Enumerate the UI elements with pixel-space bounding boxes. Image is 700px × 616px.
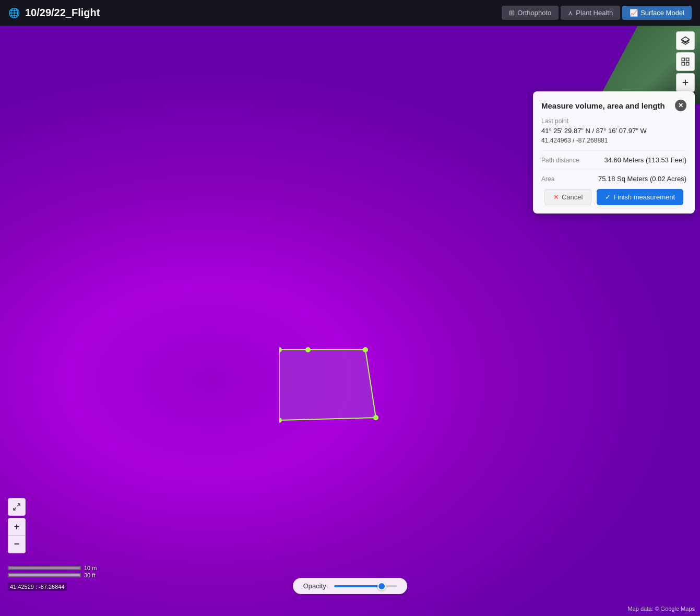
finish-icon: ✓ — [605, 193, 611, 201]
orthophoto-icon: ⊞ — [509, 9, 515, 17]
coordinates-display: 41.42529 : -87.26844 — [8, 583, 67, 591]
divider — [541, 150, 686, 151]
zoom-out-button[interactable]: − — [8, 536, 26, 553]
bottom-left-controls: + − — [8, 498, 26, 553]
imperial-scale: 30 ft — [84, 572, 95, 578]
plant-health-button[interactable]: ⋏ Plant Health — [561, 6, 620, 20]
svg-point-3 — [373, 415, 378, 420]
divider — [541, 169, 686, 170]
svg-rect-9 — [682, 63, 684, 65]
coordinates-dms: 41° 25' 29.87" N / 87° 16' 07.97" W — [541, 127, 686, 135]
measure-panel-title: Measure volume, area and length — [541, 101, 665, 110]
flight-title: 10/29/22_Flight — [25, 7, 502, 19]
svg-rect-7 — [682, 58, 684, 61]
metric-scale: 10 m — [84, 565, 97, 571]
svg-point-2 — [363, 347, 368, 352]
map-attribution: Map data: © Google Maps — [627, 606, 695, 612]
svg-rect-8 — [686, 58, 689, 61]
layers-button[interactable] — [676, 31, 695, 50]
nav-buttons: ⊞ Orthophoto ⋏ Plant Health 📈 Surface Mo… — [502, 6, 692, 20]
svg-line-14 — [14, 507, 16, 510]
globe-icon: 🌐 — [8, 7, 20, 19]
surface-model-button[interactable]: 📈 Surface Model — [622, 6, 692, 20]
last-point-label: Last point — [541, 117, 686, 125]
right-toolbar — [676, 31, 695, 92]
orthophoto-button[interactable]: ⊞ Orthophoto — [502, 6, 559, 20]
path-distance-row: Path distance 34.60 Meters (113.53 Feet) — [541, 156, 686, 164]
zoom-in-button[interactable]: + — [8, 518, 26, 536]
svg-line-13 — [17, 504, 20, 506]
measure-panel: Measure volume, area and length ✕ Last p… — [533, 91, 695, 214]
close-button[interactable]: ✕ — [675, 100, 686, 111]
svg-point-1 — [305, 347, 311, 352]
header: 🌐 10/29/22_Flight ⊞ Orthophoto ⋏ Plant H… — [0, 0, 700, 26]
path-distance-value: 34.60 Meters (113.53 Feet) — [604, 156, 686, 164]
coordinates-decimal: 41.424963 / -87.268881 — [541, 137, 686, 144]
opacity-control: Opacity: — [293, 578, 408, 594]
area-value: 75.18 Sq Meters (0.02 Acres) — [598, 175, 686, 183]
surface-model-icon: 📈 — [630, 9, 638, 17]
fullscreen-button[interactable] — [8, 498, 26, 516]
add-button[interactable] — [676, 73, 695, 92]
finish-measurement-button[interactable]: ✓ Finish measurement — [597, 189, 683, 205]
plant-health-icon: ⋏ — [568, 9, 573, 17]
zoom-controls: + − — [8, 518, 26, 553]
path-distance-label: Path distance — [541, 157, 579, 164]
svg-marker-0 — [279, 350, 376, 420]
grid-button[interactable] — [676, 52, 695, 71]
area-row: Area 75.18 Sq Meters (0.02 Acres) — [541, 175, 686, 183]
area-label: Area — [541, 175, 554, 183]
cancel-icon: ✕ — [553, 193, 559, 201]
opacity-slider[interactable] — [334, 585, 397, 587]
map-container[interactable]: 🌐 10/29/22_Flight ⊞ Orthophoto ⋏ Plant H… — [0, 0, 700, 616]
cancel-button[interactable]: ✕ Cancel — [544, 189, 591, 205]
measure-panel-header: Measure volume, area and length ✕ — [541, 100, 686, 111]
measure-actions: ✕ Cancel ✓ Finish measurement — [541, 189, 686, 205]
svg-rect-10 — [686, 63, 689, 65]
scale-bar: 10 m 30 ft — [8, 565, 97, 579]
opacity-label: Opacity: — [303, 582, 328, 590]
